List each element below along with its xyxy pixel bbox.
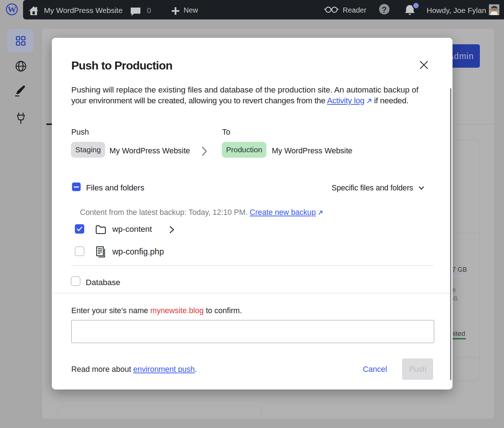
svg-text:W: W	[8, 5, 16, 14]
